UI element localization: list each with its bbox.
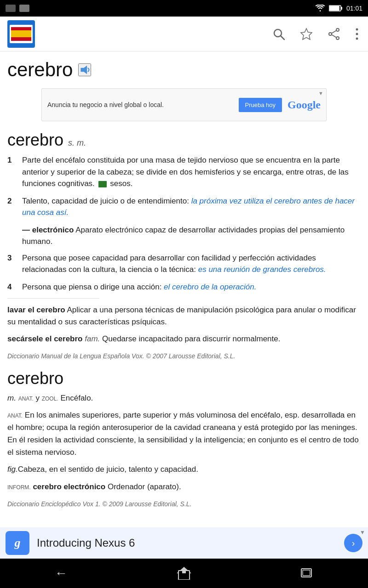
svg-point-6	[336, 28, 339, 31]
svg-marker-14	[81, 66, 87, 74]
definition-2: 2 Talento, capacidad de juicio o de ente…	[7, 195, 361, 219]
share-button[interactable]	[326, 26, 342, 42]
definition-4: 4 Persona que piensa o dirige una acción…	[7, 281, 361, 293]
svg-line-10	[332, 34, 336, 37]
favorites-button[interactable]	[298, 26, 315, 42]
entry2-word: cerebro	[7, 369, 361, 388]
google-g-icon: g	[15, 536, 21, 550]
svg-line-9	[332, 30, 336, 33]
photo-icon	[19, 5, 29, 12]
entry2-line2: ANAT. En los animales superiores, parte …	[7, 409, 361, 459]
example-3: es una reunión de grandes cerebros.	[198, 265, 326, 274]
app-bar-actions	[270, 26, 361, 42]
search-button[interactable]	[270, 26, 287, 42]
more-button[interactable]	[353, 26, 361, 42]
svg-rect-2	[341, 7, 342, 10]
svg-rect-18	[303, 570, 310, 576]
example-2: la próxima vez utiliza el cerebro antes …	[22, 197, 355, 217]
entry-2: cerebro m. ANAT. y ZOOL. Encéfalo. ANAT.…	[7, 369, 361, 508]
entry1-word: cerebro	[7, 130, 63, 149]
wifi-icon	[315, 5, 325, 12]
svg-point-12	[356, 33, 358, 35]
svg-point-11	[356, 28, 358, 30]
status-bar-right: 01:01	[315, 5, 362, 12]
svg-point-8	[336, 37, 339, 40]
recent-button[interactable]	[297, 563, 317, 583]
home-button[interactable]	[173, 563, 195, 583]
phrase-lavar: lavar el cerebro Aplicar a una persona t…	[7, 304, 361, 328]
nav-bar: ←	[0, 559, 368, 588]
entry-1: cerebro s. m. 1 Parte del encéfalo const…	[7, 130, 361, 360]
list-icon	[98, 181, 107, 187]
sound-button[interactable]	[78, 63, 91, 76]
overflow-icon	[355, 28, 359, 40]
back-button[interactable]: ←	[51, 562, 71, 584]
app-logo[interactable]	[7, 20, 35, 48]
entry2-body: m. ANAT. y ZOOL. Encéfalo. ANAT. En los …	[7, 392, 361, 493]
battery-icon	[329, 5, 343, 12]
definition-3: 3 Persona que posee capacidad para desar…	[7, 252, 361, 276]
definition-1: 1 Parte del encéfalo constituida por una…	[7, 154, 361, 190]
svg-marker-5	[301, 28, 312, 40]
bottom-ad-close: ▼	[360, 529, 365, 536]
content-area: cerebro ▼ Anuncia tu negocio a nivel glo…	[0, 51, 368, 527]
recent-icon	[300, 567, 313, 580]
home-icon	[177, 567, 191, 580]
bottom-ad-arrow[interactable]: ›	[344, 534, 362, 552]
star-icon	[300, 28, 313, 40]
ad-close-label: ▼	[318, 90, 323, 96]
phrase-secarsele: secársele el cerebro fam. Quedarse incap…	[7, 333, 361, 345]
entry1-pos: s. m.	[68, 138, 86, 147]
definition-list-1: 1 Parte del encéfalo constituida por una…	[7, 154, 361, 293]
main-word: cerebro	[7, 59, 73, 81]
search-icon	[272, 28, 285, 40]
svg-point-7	[329, 33, 332, 35]
word-heading: cerebro	[7, 59, 361, 81]
bottom-ad-icon: g	[6, 531, 29, 555]
speaker-icon	[79, 63, 90, 76]
entry2-line1: m. ANAT. y ZOOL. Encéfalo.	[7, 392, 361, 404]
entry2-line3: fig.Cabeza, en el sentido de juicio, tal…	[7, 463, 361, 475]
notification-icon	[6, 5, 16, 12]
app-bar	[0, 17, 368, 51]
status-bar-left	[6, 5, 29, 12]
example-4: el cerebro de la operación.	[164, 283, 256, 291]
entry1-source: Diccionario Manual de la Lengua Española…	[7, 352, 361, 360]
svg-rect-1	[329, 6, 339, 11]
bottom-ad-text: Introducing Nexus 6	[37, 537, 337, 549]
ad-banner: ▼ Anuncia tu negocio a nivel global o lo…	[41, 88, 327, 121]
svg-point-13	[356, 37, 358, 40]
bottom-ad-banner[interactable]: ▼ g Introducing Nexus 6 ›	[0, 527, 368, 559]
status-time: 01:01	[346, 5, 362, 12]
sub-entry-electronico: — electrónico Aparato electrónico capaz …	[22, 224, 361, 248]
ad-button[interactable]: Prueba hoy	[239, 98, 282, 112]
ad-text: Anuncia tu negocio a nivel global o loca…	[47, 101, 233, 108]
divider-1	[7, 298, 99, 299]
google-logo: Google	[288, 99, 321, 111]
entry1-header: cerebro s. m.	[7, 130, 361, 150]
svg-line-4	[281, 36, 284, 40]
status-bar: 01:01	[0, 0, 368, 17]
spain-flag	[11, 27, 31, 41]
entry2-source: Diccionario Enciclopédico Vox 1. © 2009 …	[7, 500, 361, 508]
entry2-line4: INFORM. cerebro electrónico Ordenador (a…	[7, 481, 361, 493]
share-icon	[328, 28, 340, 40]
